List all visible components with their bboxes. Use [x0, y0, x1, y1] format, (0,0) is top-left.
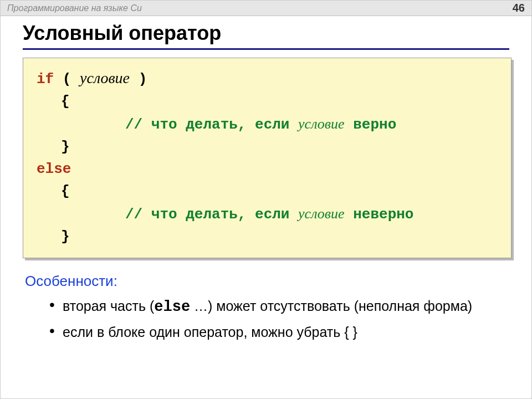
brace-close: }	[61, 228, 70, 245]
keyword-if: if	[37, 71, 54, 88]
page-number: 46	[513, 2, 525, 14]
brace-open: {	[61, 93, 70, 110]
features-list: вторая часть (else …) может отсутствоват…	[23, 296, 509, 341]
paren-open: (	[63, 71, 71, 88]
slide-content: Условный оператор if ( условие ) { // чт…	[1, 16, 531, 362]
comment-false-cond: условие	[298, 206, 345, 222]
comment-true-suffix: верно	[345, 116, 397, 133]
bullet-text: вторая часть (	[63, 298, 154, 314]
comment-false-prefix: // что делать, если	[125, 206, 298, 223]
comment-false-suffix: неверно	[345, 206, 414, 223]
comment-true-cond: условие	[298, 116, 345, 132]
keyword-else: else	[37, 161, 71, 177]
bullet-text: …) может отсутствовать (неполная форма)	[190, 298, 472, 314]
paren-close: )	[139, 71, 147, 88]
list-item: если в блоке один оператор, можно убрать…	[49, 323, 509, 342]
list-item: вторая часть (else …) может отсутствоват…	[49, 296, 509, 318]
code-example: if ( условие ) { // что делать, если усл…	[23, 58, 511, 258]
inline-keyword-else: else	[154, 299, 190, 315]
page-title: Условный оператор	[23, 22, 509, 50]
features-heading: Особенности:	[25, 273, 509, 290]
header-bar: Программирование на языке Си 46	[1, 1, 531, 16]
condition-placeholder: условие	[80, 69, 130, 86]
brace-close: }	[61, 139, 70, 155]
course-title: Программирование на языке Си	[7, 3, 142, 13]
comment-true-prefix: // что делать, если	[125, 116, 298, 133]
brace-open: {	[61, 183, 70, 200]
bullet-text: если в блоке один оператор, можно убрать…	[63, 324, 357, 340]
